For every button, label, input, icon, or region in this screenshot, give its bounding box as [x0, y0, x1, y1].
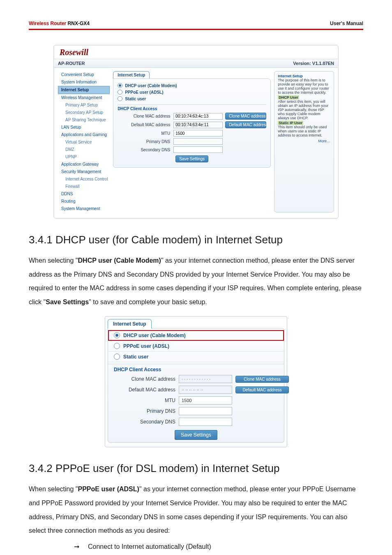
help-title: Internet Setup	[278, 74, 330, 78]
para-342: When selecting "PPPoE user (ADSL)" as yo…	[29, 482, 363, 537]
zoom-section-heading: DHCP Client Access	[108, 364, 284, 373]
radio-dhcp[interactable]: DHCP user (Cable Modem)	[118, 82, 266, 89]
zoom-form: Clone MAC address Clone MAC address Defa…	[108, 373, 284, 428]
radio-static[interactable]: Static user	[118, 95, 266, 102]
zoom-radio-pppoe[interactable]: PPPoE user (ADSL)	[108, 341, 284, 352]
sidebar-item-ddns[interactable]: DDNS	[58, 190, 110, 198]
app-titlebar: AP-ROUTER Version: V1.1.07EN	[54, 59, 338, 68]
save-settings-button[interactable]: Save Settings	[175, 155, 208, 162]
bold-dhcp: DHCP user (Cable Modem)	[78, 257, 161, 264]
sidebar-item-wireless[interactable]: Wireless Management	[58, 94, 110, 102]
zoom-internet-setup-panel: Internet Setup DHCP user (Cable Modem) P…	[105, 316, 287, 447]
help-dhcp-text: After select this item, you will obtain …	[278, 99, 330, 120]
doc-header-right: User's Manual	[330, 21, 363, 26]
primary-dns-label: Primary DNS	[118, 139, 171, 144]
sidebar-item-app-gateway[interactable]: Application Gateway	[58, 161, 110, 168]
help-static-text: This item should only be used when users…	[278, 125, 330, 137]
radio-icon	[118, 96, 122, 101]
zoom-save-button[interactable]: Save Settings	[175, 430, 217, 440]
zoom-tab-internet-setup[interactable]: Internet Setup	[108, 319, 152, 328]
zoom-default-mac-input[interactable]	[179, 386, 232, 394]
zoom-radio-static[interactable]: Static user	[108, 352, 284, 362]
para-341: When selecting "DHCP user (Cable Modem)"…	[29, 254, 363, 309]
help-intro: The purpose of this item is to provide a…	[278, 78, 330, 95]
zoom-clone-mac-button[interactable]: Clone MAC address	[235, 376, 289, 383]
default-mac-input[interactable]	[173, 122, 223, 128]
clone-mac-input[interactable]	[173, 113, 223, 120]
mtu-label: MTU	[118, 131, 171, 136]
radio-label: Static user	[125, 97, 146, 101]
primary-dns-input[interactable]	[173, 138, 223, 145]
secondary-dns-label: Secondary DNS	[118, 148, 171, 152]
help-static-heading: Static IP User	[278, 121, 303, 125]
zoom-secondary-dns-input[interactable]	[179, 418, 232, 426]
dhcp-client-access-heading: DHCP Client Access	[118, 104, 266, 111]
zoom-default-mac-label: Default MAC address	[114, 387, 175, 393]
internet-setup-panel: DHCP user (Cable Modem) PPPoE user (ADSL…	[113, 79, 271, 168]
sidebar-item-routing[interactable]: Routing	[58, 198, 110, 205]
sidebar-item-system-info[interactable]: System Information	[58, 79, 110, 86]
zoom-mtu-label: MTU	[114, 398, 175, 403]
radio-label: Static user	[123, 354, 148, 360]
zoom-secondary-dns-label: Secondary DNS	[114, 419, 175, 425]
sidebar-item-apps-gaming[interactable]: Applications and Gaming	[58, 131, 110, 139]
heading-341: 3.4.1 DHCP user (for Cable modem) in Int…	[29, 234, 363, 246]
zoom-mtu-input[interactable]	[179, 396, 232, 405]
help-more-link[interactable]: More…	[278, 139, 330, 143]
help-panel: Internet Setup The purpose of this item …	[274, 71, 334, 213]
sidebar-item-dmz[interactable]: DMZ	[58, 146, 110, 153]
app-logo: Rosewill	[54, 45, 338, 59]
router-app-window: Rosewill AP-ROUTER Version: V1.1.07EN Co…	[53, 45, 339, 219]
default-mac-button[interactable]: Default MAC address	[225, 121, 266, 128]
radio-label: PPPoE user (ADSL)	[123, 343, 169, 349]
dhcp-form: Clone MAC address Clone MAC address Defa…	[118, 113, 266, 153]
sidebar-item-upnp[interactable]: UPNP	[58, 153, 110, 161]
sidebar-item-secondary-ap[interactable]: Secondary AP Setup	[58, 109, 110, 116]
radio-icon	[114, 343, 120, 349]
radio-icon	[114, 354, 120, 360]
zoom-radio-dhcp[interactable]: DHCP user (Cable Modem)	[108, 330, 284, 341]
default-mac-label: Default MAC address	[118, 123, 171, 127]
sidebar-item-lan-setup[interactable]: LAN Setup	[58, 124, 110, 131]
tab-internet-setup[interactable]: Internet Setup	[113, 71, 150, 79]
radio-label: DHCP user (Cable Modem)	[125, 83, 177, 88]
heading-342: 3.4.2 PPPoE user (for DSL modem) in Inte…	[29, 462, 363, 475]
zoom-clone-mac-label: Clone MAC address	[114, 376, 175, 382]
radio-label: DHCP user (Cable Modem)	[123, 333, 186, 338]
sidebar-item-convenient-setup[interactable]: Convenient Setup	[58, 71, 110, 79]
doc-header: Wireless Router RNX-GX4 User's Manual	[29, 21, 363, 30]
radio-icon	[118, 83, 122, 88]
clone-mac-label: Clone MAC address	[118, 114, 171, 118]
sidebar-item-internet-setup[interactable]: Internet Setup	[58, 86, 110, 94]
zoom-primary-dns-label: Primary DNS	[114, 408, 175, 414]
list-item: Auto disconnect when idle within your de…	[74, 552, 363, 555]
zoom-clone-mac-input[interactable]	[179, 375, 232, 383]
radio-label: PPPoE user (ADSL)	[125, 90, 163, 95]
sidebar: Convenient Setup System Information Inte…	[58, 71, 110, 213]
mtu-input[interactable]	[173, 130, 223, 136]
app-version: Version: V1.1.07EN	[293, 61, 334, 66]
bold-save: Save Settings	[46, 298, 89, 305]
sidebar-item-security[interactable]: Security Management	[58, 168, 110, 176]
zoom-default-mac-button[interactable]: Default MAC address	[235, 386, 289, 393]
secondary-dns-input[interactable]	[173, 146, 223, 153]
brand: Wireless Router	[29, 21, 66, 26]
sidebar-item-internet-access-control[interactable]: Internet Access Control	[58, 176, 110, 183]
sidebar-item-system-management[interactable]: System Management	[58, 205, 110, 213]
clone-mac-button[interactable]: Clone MAC address	[225, 113, 266, 120]
main-panel: Internet Setup DHCP user (Cable Modem) P…	[113, 71, 271, 213]
zoom-primary-dns-input[interactable]	[179, 407, 232, 415]
sidebar-item-firewall[interactable]: Firewall	[58, 183, 110, 190]
logo-text: Rosewill	[60, 48, 88, 57]
bold-pppoe: PPPoE user (ADSL)	[78, 486, 139, 493]
bullet-list: Connect to Internet automatically (Defau…	[29, 541, 363, 555]
doc-header-left: Wireless Router RNX-GX4	[29, 21, 90, 26]
radio-pppoe[interactable]: PPPoE user (ADSL)	[118, 89, 266, 95]
list-item: Connect to Internet automatically (Defau…	[74, 541, 363, 552]
sidebar-item-primary-ap[interactable]: Primary AP Setup	[58, 102, 110, 109]
model: RNX-GX4	[68, 21, 90, 26]
sidebar-item-ap-sharing[interactable]: AP Sharing Technique	[58, 116, 110, 124]
help-dhcp-heading: DHCP User	[278, 95, 299, 99]
sidebar-item-virtual-service[interactable]: Virtual Service	[58, 139, 110, 146]
app-title: AP-ROUTER	[58, 61, 85, 66]
